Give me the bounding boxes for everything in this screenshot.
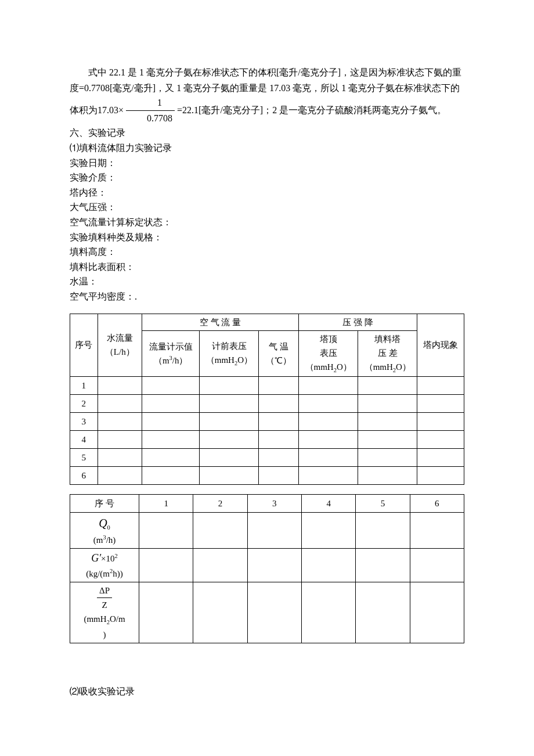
t1-r2-seq: 2 xyxy=(70,395,98,413)
t2-header-row: 序 号 1 2 3 4 5 6 xyxy=(70,495,464,513)
t1-h-meter-val: 流量计示值 （m3/h） xyxy=(142,330,200,377)
table-row: ΔP Z (mmH2O/m ) xyxy=(70,582,464,643)
paragraph-explanation: 式中 22.1 是 1 毫克分子氨在标准状态下的体积[毫升/毫克分子]，这是因为… xyxy=(70,64,464,125)
table-row: 3 xyxy=(70,413,464,431)
t2-row-g: G′×102 (kg/(m2h)) xyxy=(70,549,139,582)
document-page: 式中 22.1 是 1 毫克分子氨在标准状态下的体积[毫升/毫克分子]，这是因为… xyxy=(0,0,534,756)
eq-lhs: 17.03× xyxy=(98,106,124,116)
t2-row-q0: Q0 (m3/h) xyxy=(70,513,139,549)
t2-col-6: 6 xyxy=(410,495,464,513)
t1-h-top-pressure: 塔顶 表压 （mmH2O） xyxy=(299,330,358,377)
table-row: 2 xyxy=(70,395,464,413)
field-packing-spec: 实验填料种类及规格： xyxy=(70,230,464,245)
t1-h-airflow: 空 气 流 量 xyxy=(142,314,299,330)
table-row: 4 xyxy=(70,431,464,449)
table-row: Q0 (m3/h) xyxy=(70,513,464,549)
t2-h-seq: 序 号 xyxy=(70,495,139,513)
t2-col-3: 3 xyxy=(247,495,301,513)
field-water-temp: 水温： xyxy=(70,274,464,289)
field-medium: 实验介质： xyxy=(70,170,464,185)
t2-row-dp-z: ΔP Z (mmH2O/m ) xyxy=(70,582,139,643)
eq-num: 1 xyxy=(126,95,175,110)
t1-h-water: 水流量（L/h） xyxy=(98,314,142,377)
t1-h-pressure: 压 强 降 xyxy=(299,314,417,330)
eq-den: 0.7708 xyxy=(126,110,175,126)
t1-h-pack-diff: 填料塔 压 差 （mmH2O） xyxy=(358,330,417,377)
t2-col-5: 5 xyxy=(356,495,410,513)
section-6-heading: 六、实验记录 xyxy=(70,125,464,141)
t1-r6-seq: 6 xyxy=(70,467,98,485)
t1-r3-seq: 3 xyxy=(70,413,98,431)
table-calculation: 序 号 1 2 3 4 5 6 Q0 (m3/h) G′×102 (kg/(m2… xyxy=(70,494,464,643)
dp-z-fraction: ΔP Z xyxy=(97,584,112,612)
field-packing-height: 填料高度： xyxy=(70,244,464,260)
t2-col-2: 2 xyxy=(193,495,247,513)
field-diameter: 塔内径： xyxy=(70,185,464,200)
record2-title: ⑵吸收实验记录 xyxy=(70,684,464,699)
table-row: 5 xyxy=(70,449,464,467)
field-air-density: 空气平均密度：. xyxy=(70,289,464,304)
t1-h-phenom: 塔内现象 xyxy=(417,314,464,377)
eq-rhs: =22.1 xyxy=(177,106,199,116)
table-row: 6 xyxy=(70,467,464,485)
field-airflow-calib: 空气流量计算标定状态： xyxy=(70,215,464,230)
t2-col-4: 4 xyxy=(301,495,355,513)
field-date: 实验日期： xyxy=(70,156,464,171)
field-atm-pressure: 大气压强： xyxy=(70,200,464,215)
table-packing-resistance: 序号 水流量（L/h） 空 气 流 量 压 强 降 塔内现象 流量计示值 （m3… xyxy=(70,314,464,485)
t1-r1-seq: 1 xyxy=(70,377,98,395)
table-row: G′×102 (kg/(m2h)) xyxy=(70,549,464,582)
t1-h-pre-gauge: 计前表压 （mmH2O） xyxy=(200,330,259,377)
eq-fraction: 10.7708 xyxy=(126,95,175,125)
record1-title: ⑴填料流体阻力实验记录 xyxy=(70,141,464,156)
t1-h-seq: 序号 xyxy=(70,314,98,377)
t1-r5-seq: 5 xyxy=(70,449,98,467)
para1-text-2: [毫升/毫克分子]；2 是一毫克分子硫酸消耗两毫克分子氨气。 xyxy=(199,106,446,116)
field-specific-area: 填料比表面积： xyxy=(70,260,464,275)
table-row: 1 xyxy=(70,377,464,395)
t2-col-1: 1 xyxy=(139,495,193,513)
t1-h-temp: 气 温 （℃） xyxy=(259,330,299,377)
t1-r4-seq: 4 xyxy=(70,431,98,449)
